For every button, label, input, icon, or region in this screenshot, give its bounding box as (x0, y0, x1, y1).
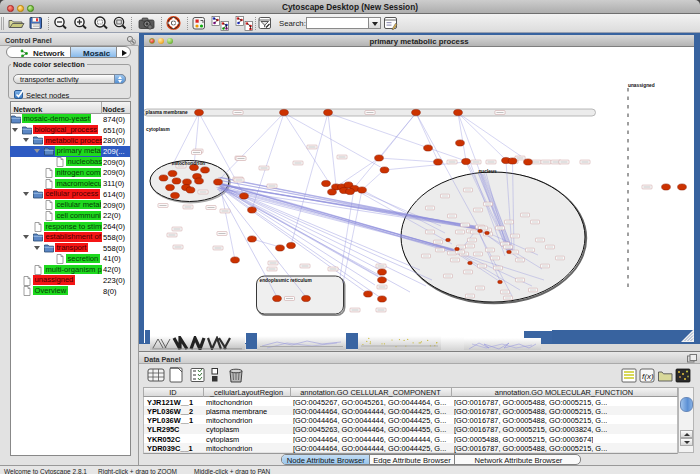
svg-text:f(x): f(x) (642, 372, 654, 381)
svg-text:plasma membrane: plasma membrane (146, 110, 188, 115)
svg-text:cytoplasm: cytoplasm (146, 127, 170, 132)
svg-text:nucleus: nucleus (478, 169, 496, 174)
svg-text:unassigned: unassigned (628, 83, 655, 88)
svg-text:endoplasmic reticulum: endoplasmic reticulum (260, 278, 312, 283)
svg-text:mitochondrion: mitochondrion (172, 161, 206, 166)
